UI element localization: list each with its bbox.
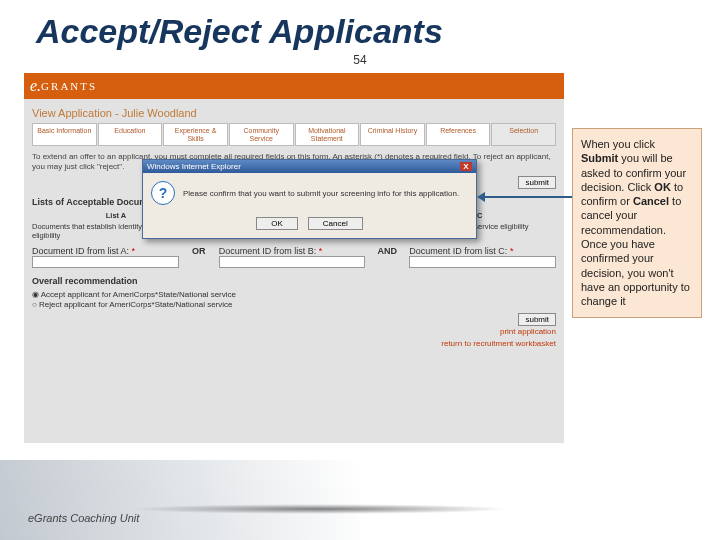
slide-title: Accept/Reject Applicants [0, 0, 720, 51]
overall-header: Overall recommendation [32, 276, 556, 286]
radio-reject[interactable]: ○ Reject applicant for AmeriCorps*State/… [32, 300, 556, 309]
close-icon[interactable]: X [460, 162, 472, 171]
tab-basic[interactable]: Basic Information [32, 123, 97, 146]
doc-a-input[interactable] [32, 256, 179, 268]
tab-references[interactable]: References [426, 123, 491, 146]
submit-button-top[interactable]: submit [518, 176, 556, 189]
logo-text: GRANTS [41, 80, 97, 92]
view-title: View Application - Julie Woodland [32, 107, 556, 119]
doc-id-row: Document ID from list A: * OR Document I… [32, 246, 556, 268]
question-icon: ? [151, 181, 175, 205]
dialog-message: Please confirm that you want to submit y… [183, 189, 459, 198]
doc-b-label: Document ID from list B: [219, 246, 319, 256]
radio-accept-label: Accept applicant for AmeriCorps*State/Na… [41, 290, 236, 299]
callout-bold: Submit [581, 152, 618, 164]
or-label: OR [189, 246, 209, 268]
required-star: * [510, 246, 514, 256]
doc-b-input[interactable] [219, 256, 366, 268]
app-screenshot: e.GRANTS View Application - Julie Woodla… [24, 73, 564, 443]
tab-community[interactable]: Community Service [229, 123, 294, 146]
doc-c-input[interactable] [409, 256, 556, 268]
cancel-button[interactable]: Cancel [308, 217, 363, 230]
dialog-title: Windows Internet Explorer [147, 162, 241, 171]
submit-button-bottom[interactable]: submit [518, 313, 556, 326]
required-star: * [132, 246, 136, 256]
instruction-callout: When you click Submit you will be asked … [572, 128, 702, 318]
callout-text: to cancel your recommendation. Once you … [581, 195, 690, 307]
tab-education[interactable]: Education [98, 123, 163, 146]
tab-criminal[interactable]: Criminal History [360, 123, 425, 146]
radio-accept[interactable]: ◉ Accept applicant for AmeriCorps*State/… [32, 290, 556, 299]
confirm-dialog: Windows Internet ExplorerX ? Please conf… [142, 159, 477, 239]
and-label: AND [375, 246, 399, 268]
tab-motivational[interactable]: Motivational Statement [295, 123, 360, 146]
callout-bold: Cancel [633, 195, 669, 207]
print-link[interactable]: print application [32, 326, 556, 338]
footer-text: eGrants Coaching Unit [28, 512, 139, 524]
app-body: View Application - Julie Woodland Basic … [24, 99, 564, 443]
logo-prefix: e. [30, 77, 41, 95]
tab-bar: Basic Information Education Experience &… [32, 123, 556, 146]
tab-selection[interactable]: Selection [491, 123, 556, 146]
return-link[interactable]: return to recruitment workbasket [32, 338, 556, 350]
doc-c-label: Document ID from list C: [409, 246, 510, 256]
fade-decoration [0, 460, 360, 540]
callout-arrow [480, 196, 576, 198]
ok-button[interactable]: OK [256, 217, 298, 230]
callout-text: When you click [581, 138, 655, 150]
footer-links: print application return to recruitment … [32, 326, 556, 350]
tab-experience[interactable]: Experience & Skills [163, 123, 228, 146]
radio-reject-label: Reject applicant for AmeriCorps*State/Na… [39, 300, 232, 309]
callout-bold: OK [654, 181, 671, 193]
shadow-decoration [130, 504, 510, 514]
app-header: e.GRANTS [24, 73, 564, 99]
required-star: * [319, 246, 323, 256]
doc-a-label: Document ID from list A: [32, 246, 132, 256]
page-number: 54 [0, 53, 720, 67]
